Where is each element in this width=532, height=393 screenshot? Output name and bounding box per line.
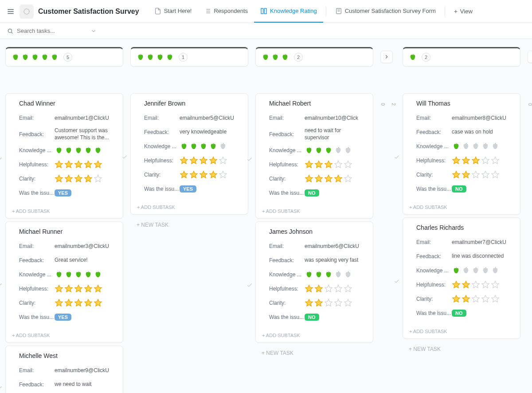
field-label: Knowledge ... xyxy=(19,271,55,278)
svg-rect-11 xyxy=(264,8,266,14)
resolved-badge: YES xyxy=(180,185,196,193)
feedback-value: Great service! xyxy=(55,257,117,264)
knowledge-rating xyxy=(180,142,227,151)
field-label: Email: xyxy=(19,243,55,249)
svg-line-18 xyxy=(12,32,13,33)
field-label: Feedback: xyxy=(19,381,55,388)
field-label: Email: xyxy=(416,239,452,245)
add-subtask-button[interactable]: + ADD SUBTASK xyxy=(131,202,248,214)
field-label: Feedback: xyxy=(19,131,55,138)
field-label: Was the issu... xyxy=(19,314,55,320)
clarity-rating xyxy=(305,174,352,183)
card-title: Charles Richards xyxy=(416,224,514,231)
check-icon xyxy=(0,385,3,391)
add-subtask-button[interactable]: + ADD SUBTASK xyxy=(6,330,123,342)
card-title: Michael Robert xyxy=(269,100,367,107)
task-card[interactable]: Michelle WestEmail:emailnumber9@ClickUFe… xyxy=(5,346,123,393)
email-value: emailnumber8@ClickU xyxy=(452,115,514,121)
svg-point-17 xyxy=(8,29,12,32)
check-icon xyxy=(0,156,3,162)
add-view-button[interactable]: View xyxy=(448,8,478,15)
field-label: Was the issu... xyxy=(269,190,305,196)
app-icon[interactable] xyxy=(20,4,34,19)
field-label: Helpfulness: xyxy=(416,282,452,288)
feedback-value: line was disconnected xyxy=(452,253,514,260)
collapsed-count: 0 xyxy=(528,103,532,106)
task-card[interactable]: James JohnsonEmail:emailnumber6@ClickUFe… xyxy=(255,221,373,343)
knowledge-rating xyxy=(55,270,102,279)
field-label: Email: xyxy=(269,115,305,121)
email-value: emailnumber6@ClickU xyxy=(305,243,367,249)
card-title: James Johnson xyxy=(269,228,367,235)
field-label: Was the issu... xyxy=(144,186,180,192)
menu-icon[interactable] xyxy=(5,6,16,17)
header: Customer Satisfaction Survey Start Here!… xyxy=(0,0,532,23)
apple-rating-icon xyxy=(261,53,289,62)
field-label: Helpfulness: xyxy=(416,157,452,164)
search-input[interactable] xyxy=(17,28,88,34)
scroll-right-button[interactable] xyxy=(528,51,532,63)
helpfulness-rating xyxy=(55,284,102,293)
card-title: Michelle West xyxy=(19,352,117,359)
field-label: Clarity: xyxy=(416,172,452,178)
column-header[interactable]: 2 xyxy=(403,47,520,67)
column-header[interactable]: 5 xyxy=(5,47,123,67)
add-subtask-button[interactable]: + ADD SUBTASK xyxy=(403,202,520,214)
add-subtask-button[interactable]: + ADD SUBTASK xyxy=(256,206,373,218)
feedback-value: very knowledgeable xyxy=(180,129,242,136)
tab-survey-form[interactable]: Customer Satisfaction Survey Form xyxy=(329,0,442,23)
field-label: Clarity: xyxy=(269,176,305,182)
check-icon xyxy=(0,282,3,288)
field-label: Email: xyxy=(416,115,452,121)
task-card[interactable]: Charles RichardsEmail:emailnumber7@Click… xyxy=(403,217,520,339)
field-label: Helpfulness: xyxy=(269,161,305,168)
tab-start-here[interactable]: Start Here! xyxy=(148,0,198,23)
tab-knowledge-rating[interactable]: Knowledge Rating xyxy=(254,0,323,23)
new-task-button[interactable]: + NEW TASK xyxy=(255,346,373,361)
board-column: 2Will ThomasEmail:emailnumber8@ClickUFee… xyxy=(403,47,520,385)
tab-respondents[interactable]: Respondents xyxy=(198,0,254,23)
field-label: Was the issu... xyxy=(269,314,305,320)
task-card[interactable]: Will ThomasEmail:emailnumber8@ClickUFeed… xyxy=(403,93,520,215)
field-label: Clarity: xyxy=(269,300,305,306)
email-value: emailnumber7@ClickU xyxy=(452,239,514,245)
field-label: Email: xyxy=(144,115,180,121)
search-icon xyxy=(7,28,13,34)
divider xyxy=(445,7,445,16)
add-subtask-button[interactable]: + ADD SUBTASK xyxy=(6,206,123,218)
column-header[interactable]: 1 xyxy=(130,47,248,67)
helpfulness-rating xyxy=(452,156,500,165)
search-bar xyxy=(0,23,532,39)
column-header[interactable]: 2 xyxy=(255,47,373,67)
check-icon xyxy=(246,156,253,162)
field-label: Feedback: xyxy=(416,129,452,135)
field-label: Email: xyxy=(19,115,55,121)
chevron-down-icon[interactable] xyxy=(90,28,97,34)
task-card[interactable]: Chad WinnerEmail:emailnumber1@ClickUFeed… xyxy=(5,93,123,219)
new-task-button[interactable]: + NEW TASK xyxy=(403,342,520,357)
resolved-badge: NO xyxy=(452,310,466,317)
field-label: Clarity: xyxy=(144,172,180,178)
add-subtask-button[interactable]: + ADD SUBTASK xyxy=(256,330,373,342)
add-subtask-button[interactable]: + ADD SUBTASK xyxy=(403,326,520,338)
apple-rating-icon xyxy=(136,53,174,62)
task-card[interactable]: Jennifer BrownEmail:emailnumber5@ClickUF… xyxy=(130,93,248,215)
board-column: 5Chad WinnerEmail:emailnumber1@ClickUFee… xyxy=(5,47,123,385)
field-label: Feedback: xyxy=(416,253,452,259)
column-count: 1 xyxy=(179,53,188,62)
scroll-right-button[interactable] xyxy=(380,51,393,63)
task-card[interactable]: Michael RunnerEmail:emailnumber3@ClickUF… xyxy=(5,221,123,343)
field-label: Helpfulness: xyxy=(144,157,180,164)
new-task-button[interactable]: + NEW TASK xyxy=(130,217,248,232)
knowledge-rating xyxy=(452,142,500,151)
field-label: Feedback: xyxy=(144,129,180,135)
field-label: Helpfulness: xyxy=(269,286,305,292)
tabs: Start Here! Respondents Knowledge Rating… xyxy=(148,0,478,23)
task-card[interactable]: Michael RobertEmail:emailnumber10@ClickF… xyxy=(255,93,373,219)
field-label: Email: xyxy=(269,243,305,249)
feedback-value: Customer support was awesome! This is th… xyxy=(55,127,117,141)
clarity-rating xyxy=(55,299,102,307)
knowledge-rating xyxy=(452,266,500,275)
feedback-value: case was on hold xyxy=(452,129,514,136)
resolved-badge: YES xyxy=(55,314,71,321)
